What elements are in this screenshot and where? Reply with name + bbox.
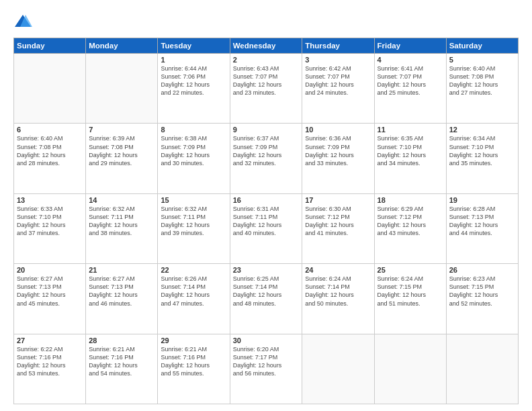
calendar-table: SundayMondayTuesdayWednesdayThursdayFrid…: [13, 38, 519, 404]
day-number: 23: [233, 266, 300, 274]
day-info: Sunrise: 6:21 AM Sunset: 7:16 PM Dayligh…: [161, 345, 226, 378]
day-number: 24: [305, 266, 371, 274]
page: SundayMondayTuesdayWednesdayThursdayFrid…: [0, 0, 532, 411]
day-cell: 2Sunrise: 6:43 AM Sunset: 7:07 PM Daylig…: [230, 54, 302, 124]
day-number: 16: [233, 196, 300, 204]
day-info: Sunrise: 6:28 AM Sunset: 7:13 PM Dayligh…: [449, 205, 515, 238]
day-cell: 15Sunrise: 6:32 AM Sunset: 7:11 PM Dayli…: [158, 193, 230, 263]
logo: [13, 12, 35, 31]
week-row-3: 13Sunrise: 6:33 AM Sunset: 7:10 PM Dayli…: [14, 193, 519, 263]
day-number: 25: [378, 266, 443, 274]
day-number: 4: [378, 56, 443, 64]
day-cell: 23Sunrise: 6:25 AM Sunset: 7:14 PM Dayli…: [230, 264, 302, 334]
weekday-header-sunday: Sunday: [14, 38, 86, 54]
day-number: 9: [233, 126, 300, 134]
day-cell: 6Sunrise: 6:40 AM Sunset: 7:08 PM Daylig…: [14, 124, 86, 193]
day-number: 19: [449, 196, 515, 204]
day-cell: 10Sunrise: 6:36 AM Sunset: 7:09 PM Dayli…: [302, 124, 374, 193]
day-info: Sunrise: 6:23 AM Sunset: 7:15 PM Dayligh…: [449, 275, 515, 308]
day-cell: 28Sunrise: 6:21 AM Sunset: 7:16 PM Dayli…: [86, 334, 158, 404]
day-info: Sunrise: 6:27 AM Sunset: 7:13 PM Dayligh…: [17, 275, 83, 308]
day-info: Sunrise: 6:34 AM Sunset: 7:10 PM Dayligh…: [449, 134, 515, 167]
day-info: Sunrise: 6:38 AM Sunset: 7:09 PM Dayligh…: [161, 134, 226, 167]
header: [13, 12, 519, 31]
day-number: 1: [161, 56, 226, 64]
day-cell: 13Sunrise: 6:33 AM Sunset: 7:10 PM Dayli…: [14, 193, 86, 263]
day-cell: 11Sunrise: 6:35 AM Sunset: 7:10 PM Dayli…: [374, 124, 446, 193]
day-cell: 29Sunrise: 6:21 AM Sunset: 7:16 PM Dayli…: [158, 334, 230, 404]
day-cell: 25Sunrise: 6:24 AM Sunset: 7:15 PM Dayli…: [374, 264, 446, 334]
day-cell: [302, 334, 374, 404]
day-cell: 12Sunrise: 6:34 AM Sunset: 7:10 PM Dayli…: [446, 124, 518, 193]
day-cell: 30Sunrise: 6:20 AM Sunset: 7:17 PM Dayli…: [230, 334, 302, 404]
day-cell: [446, 334, 518, 404]
day-cell: [14, 54, 86, 124]
logo-icon: [13, 12, 32, 31]
day-cell: 20Sunrise: 6:27 AM Sunset: 7:13 PM Dayli…: [14, 264, 86, 334]
day-info: Sunrise: 6:27 AM Sunset: 7:13 PM Dayligh…: [89, 275, 154, 308]
day-info: Sunrise: 6:24 AM Sunset: 7:14 PM Dayligh…: [305, 275, 371, 308]
day-cell: [86, 54, 158, 124]
day-info: Sunrise: 6:32 AM Sunset: 7:11 PM Dayligh…: [89, 205, 154, 238]
day-number: 26: [449, 266, 515, 274]
day-info: Sunrise: 6:24 AM Sunset: 7:15 PM Dayligh…: [378, 275, 443, 308]
weekday-header-monday: Monday: [86, 38, 158, 54]
day-cell: 16Sunrise: 6:31 AM Sunset: 7:11 PM Dayli…: [230, 193, 302, 263]
day-number: 6: [17, 126, 83, 134]
week-row-5: 27Sunrise: 6:22 AM Sunset: 7:16 PM Dayli…: [14, 334, 519, 404]
week-row-4: 20Sunrise: 6:27 AM Sunset: 7:13 PM Dayli…: [14, 264, 519, 334]
day-info: Sunrise: 6:40 AM Sunset: 7:08 PM Dayligh…: [449, 64, 515, 97]
day-info: Sunrise: 6:37 AM Sunset: 7:09 PM Dayligh…: [233, 134, 300, 167]
weekday-header-row: SundayMondayTuesdayWednesdayThursdayFrid…: [14, 38, 519, 54]
day-number: 30: [233, 336, 300, 345]
day-number: 17: [305, 196, 371, 204]
day-cell: 21Sunrise: 6:27 AM Sunset: 7:13 PM Dayli…: [86, 264, 158, 334]
day-cell: 22Sunrise: 6:26 AM Sunset: 7:14 PM Dayli…: [158, 264, 230, 334]
day-cell: [374, 334, 446, 404]
weekday-header-thursday: Thursday: [302, 38, 374, 54]
day-number: 21: [89, 266, 154, 274]
day-info: Sunrise: 6:29 AM Sunset: 7:12 PM Dayligh…: [378, 205, 443, 238]
day-number: 29: [161, 336, 226, 345]
day-info: Sunrise: 6:44 AM Sunset: 7:06 PM Dayligh…: [161, 64, 226, 97]
day-info: Sunrise: 6:21 AM Sunset: 7:16 PM Dayligh…: [89, 345, 154, 378]
day-number: 3: [305, 56, 371, 64]
day-number: 14: [89, 196, 154, 204]
day-cell: 19Sunrise: 6:28 AM Sunset: 7:13 PM Dayli…: [446, 193, 518, 263]
day-info: Sunrise: 6:36 AM Sunset: 7:09 PM Dayligh…: [305, 134, 371, 167]
day-cell: 27Sunrise: 6:22 AM Sunset: 7:16 PM Dayli…: [14, 334, 86, 404]
day-info: Sunrise: 6:39 AM Sunset: 7:08 PM Dayligh…: [89, 134, 154, 167]
day-number: 2: [233, 56, 300, 64]
day-number: 18: [378, 196, 443, 204]
day-cell: 9Sunrise: 6:37 AM Sunset: 7:09 PM Daylig…: [230, 124, 302, 193]
day-info: Sunrise: 6:22 AM Sunset: 7:16 PM Dayligh…: [17, 345, 83, 378]
day-info: Sunrise: 6:26 AM Sunset: 7:14 PM Dayligh…: [161, 275, 226, 308]
day-cell: 7Sunrise: 6:39 AM Sunset: 7:08 PM Daylig…: [86, 124, 158, 193]
day-info: Sunrise: 6:32 AM Sunset: 7:11 PM Dayligh…: [161, 205, 226, 238]
day-cell: 18Sunrise: 6:29 AM Sunset: 7:12 PM Dayli…: [374, 193, 446, 263]
day-info: Sunrise: 6:20 AM Sunset: 7:17 PM Dayligh…: [233, 345, 300, 378]
day-cell: 14Sunrise: 6:32 AM Sunset: 7:11 PM Dayli…: [86, 193, 158, 263]
day-number: 11: [378, 126, 443, 134]
week-row-2: 6Sunrise: 6:40 AM Sunset: 7:08 PM Daylig…: [14, 124, 519, 193]
day-cell: 24Sunrise: 6:24 AM Sunset: 7:14 PM Dayli…: [302, 264, 374, 334]
day-info: Sunrise: 6:41 AM Sunset: 7:07 PM Dayligh…: [378, 64, 443, 97]
day-cell: 8Sunrise: 6:38 AM Sunset: 7:09 PM Daylig…: [158, 124, 230, 193]
day-number: 28: [89, 336, 154, 345]
day-number: 5: [449, 56, 515, 64]
day-info: Sunrise: 6:33 AM Sunset: 7:10 PM Dayligh…: [17, 205, 83, 238]
day-number: 10: [305, 126, 371, 134]
weekday-header-saturday: Saturday: [446, 38, 518, 54]
day-cell: 3Sunrise: 6:42 AM Sunset: 7:07 PM Daylig…: [302, 54, 374, 124]
day-cell: 17Sunrise: 6:30 AM Sunset: 7:12 PM Dayli…: [302, 193, 374, 263]
day-number: 20: [17, 266, 83, 274]
day-cell: 5Sunrise: 6:40 AM Sunset: 7:08 PM Daylig…: [446, 54, 518, 124]
day-info: Sunrise: 6:43 AM Sunset: 7:07 PM Dayligh…: [233, 64, 300, 97]
day-number: 27: [17, 336, 83, 345]
weekday-header-wednesday: Wednesday: [230, 38, 302, 54]
day-number: 22: [161, 266, 226, 274]
day-number: 13: [17, 196, 83, 204]
day-info: Sunrise: 6:42 AM Sunset: 7:07 PM Dayligh…: [305, 64, 371, 97]
day-number: 8: [161, 126, 226, 134]
day-info: Sunrise: 6:35 AM Sunset: 7:10 PM Dayligh…: [378, 134, 443, 167]
